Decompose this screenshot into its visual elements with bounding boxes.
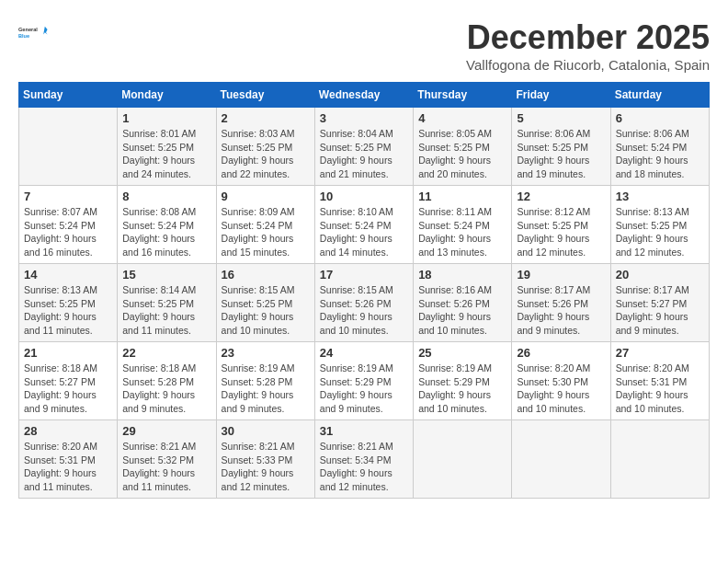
day-info: Sunrise: 8:20 AM Sunset: 5:31 PM Dayligh… xyxy=(616,362,704,416)
calendar-cell: 30Sunrise: 8:21 AM Sunset: 5:33 PM Dayli… xyxy=(216,420,314,499)
day-number: 25 xyxy=(418,346,506,360)
calendar-cell: 3Sunrise: 8:04 AM Sunset: 5:25 PM Daylig… xyxy=(314,108,413,186)
calendar-week-row: 28Sunrise: 8:20 AM Sunset: 5:31 PM Dayli… xyxy=(19,420,710,499)
day-info: Sunrise: 8:16 AM Sunset: 5:26 PM Dayligh… xyxy=(418,283,506,338)
day-number: 24 xyxy=(320,346,408,360)
calendar-cell: 9Sunrise: 8:09 AM Sunset: 5:24 PM Daylig… xyxy=(216,186,314,264)
day-info: Sunrise: 8:07 AM Sunset: 5:24 PM Dayligh… xyxy=(24,205,112,259)
calendar-cell xyxy=(512,420,610,499)
day-info: Sunrise: 8:03 AM Sunset: 5:25 PM Dayligh… xyxy=(222,127,310,181)
calendar-cell: 22Sunrise: 8:18 AM Sunset: 5:28 PM Dayli… xyxy=(118,342,216,420)
calendar-week-row: 14Sunrise: 8:13 AM Sunset: 5:25 PM Dayli… xyxy=(19,264,710,342)
calendar-cell: 18Sunrise: 8:16 AM Sunset: 5:26 PM Dayli… xyxy=(414,264,512,342)
calendar-cell: 6Sunrise: 8:06 AM Sunset: 5:24 PM Daylig… xyxy=(610,108,709,186)
day-info: Sunrise: 8:17 AM Sunset: 5:27 PM Dayligh… xyxy=(616,283,704,338)
day-info: Sunrise: 8:08 AM Sunset: 5:24 PM Dayligh… xyxy=(122,205,210,259)
calendar-week-row: 21Sunrise: 8:18 AM Sunset: 5:27 PM Dayli… xyxy=(19,342,710,420)
day-of-week-header: Tuesday xyxy=(216,83,314,108)
day-number: 10 xyxy=(320,190,408,203)
location: Vallfogona de Riucorb, Catalonia, Spain xyxy=(466,57,710,73)
calendar-cell: 5Sunrise: 8:06 AM Sunset: 5:25 PM Daylig… xyxy=(512,108,610,186)
day-info: Sunrise: 8:01 AM Sunset: 5:25 PM Dayligh… xyxy=(122,127,210,181)
svg-text:General: General xyxy=(18,27,38,32)
day-info: Sunrise: 8:06 AM Sunset: 5:24 PM Dayligh… xyxy=(616,127,704,181)
calendar-week-row: 1Sunrise: 8:01 AM Sunset: 5:25 PM Daylig… xyxy=(19,108,710,186)
day-number: 5 xyxy=(517,111,605,125)
day-number: 30 xyxy=(222,424,310,438)
calendar-cell: 10Sunrise: 8:10 AM Sunset: 5:24 PM Dayli… xyxy=(314,186,413,264)
day-number: 29 xyxy=(122,424,210,438)
calendar-cell: 25Sunrise: 8:19 AM Sunset: 5:29 PM Dayli… xyxy=(414,342,512,420)
calendar-cell: 31Sunrise: 8:21 AM Sunset: 5:34 PM Dayli… xyxy=(314,420,413,499)
calendar-cell: 4Sunrise: 8:05 AM Sunset: 5:25 PM Daylig… xyxy=(414,108,512,186)
calendar-cell: 1Sunrise: 8:01 AM Sunset: 5:25 PM Daylig… xyxy=(118,108,216,186)
day-of-week-header: Saturday xyxy=(610,83,709,108)
day-info: Sunrise: 8:21 AM Sunset: 5:34 PM Dayligh… xyxy=(320,440,408,494)
day-number: 20 xyxy=(616,268,704,282)
day-of-week-header: Monday xyxy=(118,83,216,108)
day-info: Sunrise: 8:19 AM Sunset: 5:28 PM Dayligh… xyxy=(222,362,310,416)
day-info: Sunrise: 8:21 AM Sunset: 5:32 PM Dayligh… xyxy=(122,440,210,494)
calendar-cell: 20Sunrise: 8:17 AM Sunset: 5:27 PM Dayli… xyxy=(610,264,709,342)
day-info: Sunrise: 8:18 AM Sunset: 5:28 PM Dayligh… xyxy=(122,362,210,416)
svg-marker-2 xyxy=(43,27,47,35)
day-info: Sunrise: 8:04 AM Sunset: 5:25 PM Dayligh… xyxy=(320,127,408,181)
day-info: Sunrise: 8:15 AM Sunset: 5:26 PM Dayligh… xyxy=(320,283,408,338)
day-number: 27 xyxy=(616,346,704,360)
day-number: 21 xyxy=(24,346,112,360)
day-of-week-header: Thursday xyxy=(414,83,512,108)
day-info: Sunrise: 8:09 AM Sunset: 5:24 PM Dayligh… xyxy=(222,205,310,259)
calendar-cell: 28Sunrise: 8:20 AM Sunset: 5:31 PM Dayli… xyxy=(19,420,118,499)
day-info: Sunrise: 8:13 AM Sunset: 5:25 PM Dayligh… xyxy=(24,283,112,338)
calendar-cell: 7Sunrise: 8:07 AM Sunset: 5:24 PM Daylig… xyxy=(19,186,118,264)
calendar-cell: 2Sunrise: 8:03 AM Sunset: 5:25 PM Daylig… xyxy=(216,108,314,186)
day-info: Sunrise: 8:15 AM Sunset: 5:25 PM Dayligh… xyxy=(222,283,310,338)
calendar-cell: 17Sunrise: 8:15 AM Sunset: 5:26 PM Dayli… xyxy=(314,264,413,342)
day-number: 9 xyxy=(222,190,310,203)
day-of-week-header: Wednesday xyxy=(314,83,413,108)
calendar-cell: 13Sunrise: 8:13 AM Sunset: 5:25 PM Dayli… xyxy=(610,186,709,264)
day-number: 15 xyxy=(122,268,210,282)
calendar-cell: 15Sunrise: 8:14 AM Sunset: 5:25 PM Dayli… xyxy=(118,264,216,342)
day-info: Sunrise: 8:19 AM Sunset: 5:29 PM Dayligh… xyxy=(320,362,408,416)
calendar-cell xyxy=(414,420,512,499)
day-info: Sunrise: 8:05 AM Sunset: 5:25 PM Dayligh… xyxy=(418,127,506,181)
day-info: Sunrise: 8:21 AM Sunset: 5:33 PM Dayligh… xyxy=(222,440,310,494)
day-number: 12 xyxy=(517,190,605,203)
calendar-cell: 29Sunrise: 8:21 AM Sunset: 5:32 PM Dayli… xyxy=(118,420,216,499)
day-info: Sunrise: 8:12 AM Sunset: 5:25 PM Dayligh… xyxy=(517,205,605,259)
calendar-cell: 12Sunrise: 8:12 AM Sunset: 5:25 PM Dayli… xyxy=(512,186,610,264)
calendar-cell: 14Sunrise: 8:13 AM Sunset: 5:25 PM Dayli… xyxy=(19,264,118,342)
day-info: Sunrise: 8:17 AM Sunset: 5:26 PM Dayligh… xyxy=(517,283,605,338)
calendar-week-row: 7Sunrise: 8:07 AM Sunset: 5:24 PM Daylig… xyxy=(19,186,710,264)
day-number: 7 xyxy=(24,190,112,203)
day-of-week-header: Sunday xyxy=(19,83,118,108)
day-of-week-header: Friday xyxy=(512,83,610,108)
day-info: Sunrise: 8:13 AM Sunset: 5:25 PM Dayligh… xyxy=(616,205,704,259)
calendar-cell: 26Sunrise: 8:20 AM Sunset: 5:30 PM Dayli… xyxy=(512,342,610,420)
logo-icon: General Blue xyxy=(18,18,48,48)
calendar-cell: 16Sunrise: 8:15 AM Sunset: 5:25 PM Dayli… xyxy=(216,264,314,342)
calendar-cell: 8Sunrise: 8:08 AM Sunset: 5:24 PM Daylig… xyxy=(118,186,216,264)
day-number: 28 xyxy=(24,424,112,438)
logo: General Blue General Blue xyxy=(18,18,48,48)
day-number: 18 xyxy=(418,268,506,282)
day-info: Sunrise: 8:20 AM Sunset: 5:31 PM Dayligh… xyxy=(24,440,112,494)
day-number: 26 xyxy=(517,346,605,360)
day-info: Sunrise: 8:20 AM Sunset: 5:30 PM Dayligh… xyxy=(517,362,605,416)
title-block: December 2025 Vallfogona de Riucorb, Cat… xyxy=(466,18,710,73)
day-number: 19 xyxy=(517,268,605,282)
calendar-cell: 23Sunrise: 8:19 AM Sunset: 5:28 PM Dayli… xyxy=(216,342,314,420)
calendar-cell xyxy=(19,108,118,186)
day-info: Sunrise: 8:18 AM Sunset: 5:27 PM Dayligh… xyxy=(24,362,112,416)
day-number: 13 xyxy=(616,190,704,203)
day-number: 22 xyxy=(122,346,210,360)
day-number: 11 xyxy=(418,190,506,203)
day-info: Sunrise: 8:06 AM Sunset: 5:25 PM Dayligh… xyxy=(517,127,605,181)
day-number: 8 xyxy=(122,190,210,203)
day-number: 17 xyxy=(320,268,408,282)
calendar-cell: 19Sunrise: 8:17 AM Sunset: 5:26 PM Dayli… xyxy=(512,264,610,342)
day-number: 4 xyxy=(418,111,506,125)
calendar-cell: 11Sunrise: 8:11 AM Sunset: 5:24 PM Dayli… xyxy=(414,186,512,264)
svg-text:Blue: Blue xyxy=(18,33,29,39)
